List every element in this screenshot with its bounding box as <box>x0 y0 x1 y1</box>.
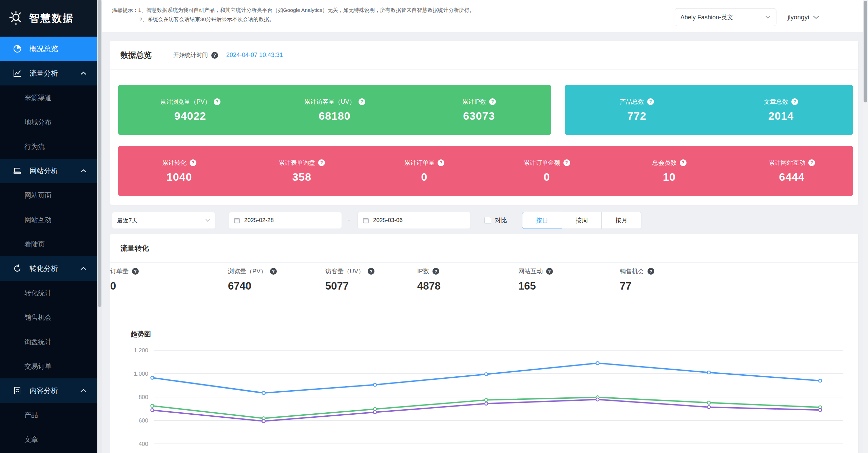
sidebar-item-source-channel[interactable]: 来源渠道 <box>0 85 97 110</box>
trend-line-chart: 1,2001,000800600400 <box>110 339 858 453</box>
help-icon[interactable]: ? <box>680 159 687 166</box>
chevron-down-icon <box>813 15 819 19</box>
laptop-icon <box>13 166 22 176</box>
sidebar-item-products[interactable]: 产品 <box>0 403 97 427</box>
stat-total-pv: 累计浏览量（PV）? 94022 <box>118 85 263 135</box>
help-icon[interactable]: ? <box>648 268 654 275</box>
filter-row: 最近7天 2025-02-28 ~ 2025-03-06 对比 <box>102 212 863 229</box>
help-icon[interactable]: ? <box>438 159 444 166</box>
help-icon[interactable]: ? <box>214 98 220 105</box>
help-icon[interactable]: ? <box>546 268 553 275</box>
help-icon[interactable]: ? <box>132 268 139 275</box>
traffic-stat-pv: 浏览量（PV）? 6740 <box>228 267 277 292</box>
app-logo: 智慧数据 <box>0 0 97 37</box>
sidebar-scrollbar-thumb[interactable] <box>98 0 101 307</box>
help-icon[interactable]: ? <box>808 159 815 166</box>
sidebar-item-label: 行为流 <box>24 142 45 151</box>
chevron-down-icon <box>205 219 210 222</box>
compare-label: 对比 <box>495 216 507 224</box>
sidebar-item-label: 网站分析 <box>30 166 58 176</box>
teal-stat-band: 产品总数? 772 文章总数? 2014 <box>565 85 853 135</box>
help-icon[interactable]: ? <box>647 98 654 105</box>
page-scrollbar[interactable] <box>863 0 868 453</box>
sidebar-item-label: 网站互动 <box>24 215 52 224</box>
stat-value: 772 <box>627 110 646 122</box>
sidebar-item-region-distribution[interactable]: 地域分布 <box>0 110 97 134</box>
help-icon[interactable]: ? <box>368 268 374 275</box>
sidebar-item-articles[interactable]: 文章 <box>0 427 97 452</box>
compare-option: 对比 <box>484 212 507 229</box>
sidebar-item-conversion-stats[interactable]: 转化统计 <box>0 281 97 305</box>
help-icon[interactable]: ? <box>791 98 798 105</box>
date-range-select[interactable]: 最近7天 <box>112 212 215 229</box>
help-icon[interactable]: ? <box>489 98 496 105</box>
help-icon[interactable]: ? <box>270 268 277 275</box>
stat-total-orders: 累计订单量? 0 <box>363 146 485 196</box>
stat-value: 165 <box>518 280 553 292</box>
sidebar-item-inquiry-stats[interactable]: 询盘统计 <box>0 330 97 354</box>
sidebar-item-label: 地域分布 <box>24 118 52 127</box>
sidebar-scrollbar[interactable] <box>97 0 102 453</box>
overview-card-header: 数据总览 开始统计时间 ? 2024-04-07 10:43:31 <box>110 41 858 70</box>
stat-total-products: 产品总数? 772 <box>565 85 709 135</box>
date-to-input[interactable]: 2025-03-06 <box>358 212 471 229</box>
help-icon[interactable]: ? <box>563 159 570 166</box>
sidebar-item-overview[interactable]: 概况总览 <box>0 37 97 61</box>
page-scrollbar-thumb[interactable] <box>864 1 867 102</box>
stat-total-ip: 累计IP数? 63073 <box>407 85 551 135</box>
chevron-up-icon <box>80 169 86 173</box>
help-icon[interactable]: ? <box>190 159 196 166</box>
sidebar-item-website-analysis[interactable]: 网站分析 <box>0 159 97 183</box>
pie-chart-icon <box>13 44 22 54</box>
sidebar-item-label: 转化分析 <box>30 264 58 273</box>
sidebar-item-label: 网站页面 <box>24 191 52 200</box>
help-icon[interactable]: ? <box>432 268 439 275</box>
sidebar-item-content-analysis[interactable]: 内容分析 <box>0 378 97 403</box>
stat-value: 68180 <box>319 110 351 122</box>
stat-total-site-interactions: 累计网站互动? 6444 <box>731 146 853 196</box>
granularity-segmented-control: 按日 按周 按月 <box>522 212 641 229</box>
sidebar-item-label: 内容分析 <box>30 386 58 395</box>
help-icon[interactable]: ? <box>318 159 325 166</box>
main-content: 温馨提示：1、智慧数据系统为我司自研产品，和其它统计分析类平台（如Google … <box>102 0 863 453</box>
sidebar-item-label: 概况总览 <box>30 44 58 54</box>
granularity-weekly-button[interactable]: 按周 <box>562 212 602 229</box>
stat-value: 4878 <box>417 280 441 292</box>
stat-value: 358 <box>292 171 311 183</box>
svg-text:600: 600 <box>139 417 148 424</box>
sidebar-item-conversion-analysis[interactable]: 转化分析 <box>0 256 97 281</box>
calendar-icon <box>363 217 369 224</box>
compare-checkbox[interactable] <box>484 217 491 224</box>
trend-chart-title: 趋势图 <box>131 330 151 339</box>
help-icon[interactable]: ? <box>359 98 365 105</box>
dashboard-page: 智慧数据 概况总览 流量分析 <box>0 0 868 453</box>
stat-value: 6444 <box>779 171 805 183</box>
stat-total-conversions: 累计转化? 1040 <box>118 146 240 196</box>
sidebar-item-trade-orders[interactable]: 交易订单 <box>0 354 97 378</box>
sidebar-item-landing-page[interactable]: 着陆页 <box>0 232 97 256</box>
sidebar-item-label: 销售机会 <box>24 313 52 322</box>
granularity-daily-button[interactable]: 按日 <box>522 212 562 229</box>
username: jlyongyi <box>788 14 809 21</box>
help-icon[interactable]: ? <box>211 52 218 59</box>
sidebar-item-label: 来源渠道 <box>24 93 52 102</box>
sidebar-item-traffic-analysis[interactable]: 流量分析 <box>0 61 97 85</box>
user-menu[interactable]: jlyongyi <box>788 8 819 26</box>
granularity-monthly-button[interactable]: 按月 <box>601 212 641 229</box>
stat-total-form-inquiries: 累计表单询盘? 358 <box>240 146 363 196</box>
sidebar-item-label: 着陆页 <box>24 240 45 249</box>
date-from-input[interactable]: 2025-02-28 <box>229 212 342 229</box>
sidebar-item-website-interaction[interactable]: 网站互动 <box>0 208 97 232</box>
sidebar-item-sales-opportunities[interactable]: 销售机会 <box>0 305 97 330</box>
sidebar-item-behavior-flow[interactable]: 行为流 <box>0 134 97 159</box>
svg-text:1,000: 1,000 <box>134 371 148 377</box>
overview-card: 数据总览 开始统计时间 ? 2024-04-07 10:43:31 累计浏览量（… <box>110 41 858 205</box>
sidebar-item-label: 流量分析 <box>30 68 58 78</box>
site-select[interactable]: Abely Fashion-英文 <box>675 8 776 26</box>
stat-value: 5077 <box>325 280 374 292</box>
app-title: 智慧数据 <box>29 12 74 25</box>
sidebar-item-website-pages[interactable]: 网站页面 <box>0 183 97 208</box>
date-separator: ~ <box>347 212 350 229</box>
traffic-stat-sales-opportunities: 销售机会? 77 <box>620 267 654 292</box>
date-range-select-value: 最近7天 <box>117 217 137 224</box>
